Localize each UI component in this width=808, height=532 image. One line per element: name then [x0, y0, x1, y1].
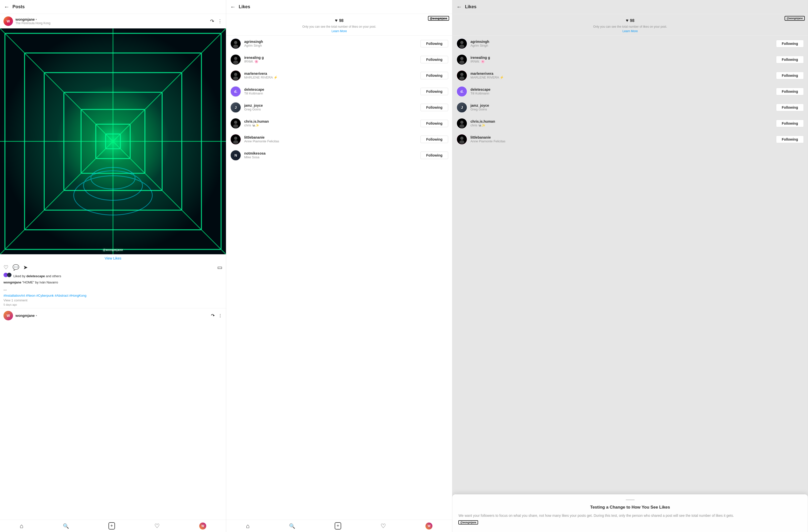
comment-icon[interactable]: 💬	[13, 264, 19, 271]
user-username[interactable]: irenealing g	[244, 56, 418, 60]
svg-point-35	[233, 124, 238, 128]
user-avatar[interactable]	[456, 38, 467, 49]
user-avatar[interactable]	[456, 54, 467, 65]
poster-username[interactable]: wongmjane •	[16, 17, 50, 21]
nav-search-icon[interactable]: 🔍	[63, 523, 69, 529]
likes-count: 98	[339, 18, 344, 23]
user-list-item: irenealing g IRNW. 🌸 Following	[226, 52, 452, 68]
nav-profile-avatar[interactable]: W	[199, 522, 206, 530]
likes-back-arrow[interactable]: ←	[230, 4, 236, 10]
second-post-avatar[interactable]: W	[3, 311, 13, 320]
user-username[interactable]: jamz_joyce	[470, 103, 773, 108]
p2-nav-search-icon[interactable]: 🔍	[289, 523, 295, 529]
user-avatar[interactable]	[230, 118, 241, 129]
user-username[interactable]: littlebananie	[470, 135, 773, 139]
user-avatar[interactable]: J	[456, 102, 467, 113]
svg-point-37	[234, 137, 237, 140]
post-hashtags[interactable]: #InstallationArt #Neon #Cyberpunk #Abstr…	[0, 294, 226, 299]
follow-button[interactable]: Following	[776, 72, 804, 79]
user-username[interactable]: deletescape	[470, 88, 773, 92]
user-username[interactable]: marlenerivera	[470, 72, 773, 76]
user-avatar[interactable]	[456, 134, 467, 145]
user-fullname: Till Kottmann	[244, 92, 418, 95]
user-avatar[interactable]: J	[230, 102, 241, 113]
svg-point-31	[234, 73, 237, 76]
user-avatar[interactable]: N	[230, 150, 241, 161]
panel-likes-overlay: ← Likes ♥ 98 @wongmjane Only you can see…	[453, 0, 808, 532]
user-username[interactable]: jamz_joyce	[244, 103, 418, 108]
user-username[interactable]: littlebananie	[244, 135, 418, 139]
user-fullname: MARLENE RIVERA ⚡	[244, 76, 418, 79]
nav-home-icon[interactable]: ⌂	[20, 522, 23, 530]
user-username[interactable]: agrimsingh	[470, 40, 773, 44]
follow-button[interactable]: Following	[776, 136, 804, 143]
reply-icon[interactable]: ↶	[210, 18, 214, 24]
p3-watermark: @wongmjane	[785, 16, 805, 21]
user-avatar[interactable]	[230, 70, 241, 81]
user-list-item: agrimsingh Agrim Singh Following	[226, 36, 452, 52]
svg-text:W: W	[6, 314, 10, 318]
second-reply-icon[interactable]: ↶	[211, 313, 215, 318]
user-avatar[interactable]	[230, 54, 241, 65]
p3-learn-more[interactable]: Learn More	[622, 30, 638, 33]
svg-point-28	[234, 57, 237, 60]
user-avatar[interactable]	[456, 70, 467, 81]
post-watermark: @wongmjane	[103, 248, 123, 251]
p3-likes-header: ♥ 98 @wongmjane Only you can see the tot…	[453, 14, 808, 36]
follow-button[interactable]: Following	[776, 120, 804, 127]
view-likes-link[interactable]: View Likes	[0, 254, 226, 262]
user-avatar[interactable]: d.	[456, 86, 467, 97]
back-arrow-icon[interactable]: ←	[4, 4, 10, 10]
like-icon[interactable]: ♡	[3, 264, 8, 271]
p3-likes-sub: Only you can see the total number of lik…	[588, 25, 672, 29]
p2-nav-add-icon[interactable]: +	[335, 522, 342, 530]
user-username[interactable]: agrimsingh	[244, 40, 418, 44]
learn-more-link[interactable]: Learn More	[332, 30, 347, 33]
post-comment-link[interactable]: View 1 comment	[0, 299, 226, 303]
follow-button[interactable]: Following	[420, 56, 448, 63]
likes-header-section: ♥ 98 @wongmjane Only you can see the tot…	[226, 14, 452, 36]
user-avatar[interactable]	[230, 38, 241, 49]
heart-count-icon: ♥	[335, 18, 338, 23]
user-username[interactable]: chris.is.human	[470, 119, 773, 124]
follow-button[interactable]: Following	[420, 40, 448, 48]
p2-nav-home-icon[interactable]: ⌂	[246, 522, 250, 530]
user-info: marlenerivera MARLENE RIVERA ⚡	[470, 72, 773, 79]
follow-button[interactable]: Following	[776, 40, 804, 48]
follow-button[interactable]: Following	[420, 72, 448, 79]
follow-button[interactable]: Following	[420, 152, 448, 159]
user-username[interactable]: chris.is.human	[244, 119, 418, 124]
user-avatar[interactable]	[456, 118, 467, 129]
user-info: agrimsingh Agrim Singh	[244, 40, 418, 48]
liked-by-user[interactable]: deletescape	[26, 274, 45, 278]
second-post-preview: W wongmjane • ↶ ⋮	[0, 308, 226, 323]
second-more-icon[interactable]: ⋮	[218, 314, 222, 318]
p2-nav-heart-icon[interactable]: ♡	[381, 522, 386, 530]
user-avatar[interactable]: d.	[230, 86, 241, 97]
svg-point-43	[460, 57, 464, 60]
user-username[interactable]: irenealing g	[470, 56, 773, 60]
likes-change-popup[interactable]: Testing a Change to How You See Likes We…	[453, 494, 808, 532]
user-username[interactable]: marlenerivera	[244, 72, 418, 76]
poster-info: wongmjane • The Peninsula Hong Kong	[16, 17, 50, 25]
svg-point-38	[233, 140, 238, 144]
share-icon[interactable]: ➤	[23, 264, 28, 271]
follow-button[interactable]: Following	[420, 120, 448, 127]
follow-button[interactable]: Following	[420, 104, 448, 111]
follow-button[interactable]: Following	[776, 88, 804, 95]
user-username[interactable]: deletescape	[244, 88, 418, 92]
follow-button[interactable]: Following	[420, 88, 448, 95]
user-username[interactable]: notmikesosa	[244, 151, 418, 155]
follow-button[interactable]: Following	[776, 56, 804, 63]
nav-heart-icon[interactable]: ♡	[154, 522, 160, 530]
p3-back-arrow[interactable]: ←	[456, 4, 462, 10]
user-avatar[interactable]	[230, 134, 241, 145]
poster-avatar[interactable]: W	[3, 16, 13, 26]
p2-nav-profile-avatar[interactable]: W	[425, 522, 433, 530]
follow-button[interactable]: Following	[420, 136, 448, 143]
nav-add-icon[interactable]: +	[109, 522, 115, 530]
follow-button[interactable]: Following	[776, 104, 804, 111]
save-icon[interactable]: ▭	[217, 264, 222, 271]
more-icon[interactable]: ⋮	[218, 18, 222, 24]
post-actions-left: ♡ 💬 ➤	[3, 264, 28, 271]
